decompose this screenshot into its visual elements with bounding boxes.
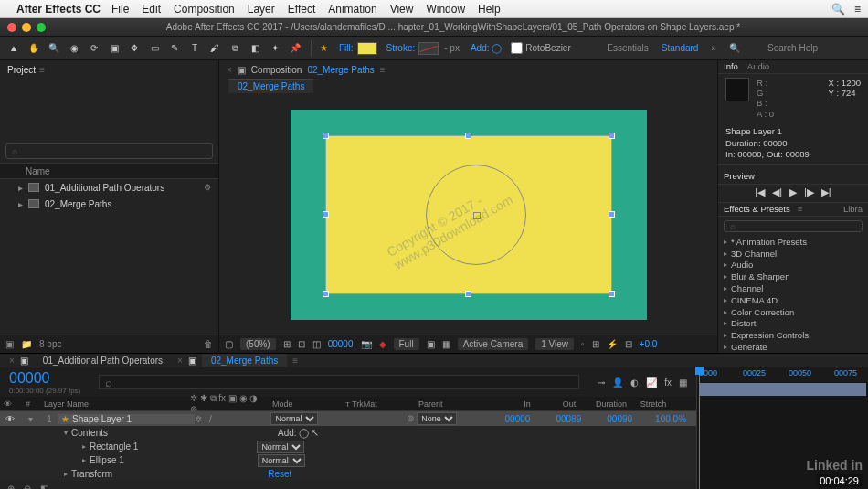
ep-item[interactable]: Expression Controls [718, 329, 868, 341]
anchor-tool-icon[interactable]: ✥ [126, 40, 143, 57]
current-time-indicator[interactable] [699, 367, 700, 489]
handle-br[interactable] [609, 291, 615, 297]
layer-bar[interactable] [699, 383, 866, 396]
mode-dropdown[interactable]: Normal [270, 412, 318, 425]
traffic-lights[interactable] [7, 23, 46, 32]
project-item[interactable]: ▸ 01_Additional Path Operators ⚙ [0, 179, 218, 196]
ep-item[interactable]: Distort [718, 318, 868, 330]
trash-icon[interactable]: 🗑 [204, 339, 213, 349]
menu-edit[interactable]: Edit [142, 3, 161, 16]
timeline-search-input[interactable] [99, 375, 579, 389]
view-opts-icon[interactable]: ▫ [581, 339, 585, 349]
layer-in[interactable]: 00000 [492, 414, 544, 424]
add-button[interactable]: Add: ◯ [278, 428, 309, 438]
ep-item[interactable]: Channel [718, 282, 868, 294]
layer-out[interactable]: 00089 [543, 414, 594, 424]
col-parent[interactable]: Parent [415, 399, 506, 409]
close-icon[interactable] [7, 23, 16, 32]
clone-tool-icon[interactable]: ⧉ [227, 40, 243, 57]
handle-tr[interactable] [609, 133, 615, 139]
col-stretch[interactable]: Stretch [632, 399, 674, 409]
search-icon[interactable]: 🔍 [729, 43, 740, 53]
last-frame-icon[interactable]: ▶| [821, 186, 831, 198]
layer-stretch[interactable]: 100.0% [645, 414, 696, 424]
pen-tool-icon[interactable]: ✎ [166, 40, 183, 57]
stroke-label[interactable]: Stroke: [386, 43, 416, 53]
fill-swatch[interactable] [357, 42, 377, 55]
app-name[interactable]: After Effects CC [16, 3, 101, 16]
panel-menu-icon[interactable]: ≡ [39, 65, 45, 75]
channel-icon[interactable]: ◆ [379, 339, 386, 349]
interpret-icon[interactable]: ▣ [5, 339, 14, 349]
stroke-width[interactable]: - px [444, 43, 460, 53]
region-icon[interactable]: ▣ [427, 339, 435, 349]
col-mode[interactable]: Mode [269, 399, 342, 409]
layer-row[interactable]: 👁 ▾ 1 ★ Shape Layer 1 ✲ / Normal ⊚ None … [0, 411, 696, 426]
panel-menu-icon[interactable]: ≡ [292, 356, 298, 366]
first-frame-icon[interactable]: |◀ [755, 186, 765, 198]
handle-bc[interactable] [465, 291, 471, 297]
audio-tab[interactable]: Audio [747, 61, 769, 71]
magnify-icon[interactable]: ▢ [225, 339, 233, 349]
comp-crumb-name[interactable]: 02_Merge Paths [307, 65, 374, 75]
hand-tool-icon[interactable]: ✋ [26, 40, 42, 57]
workspace-more-icon[interactable]: » [711, 43, 716, 53]
timeline-icon[interactable]: ⊟ [625, 339, 632, 349]
col-dur[interactable]: Duration [590, 399, 632, 409]
comp-subtab[interactable]: 02_Merge Paths [228, 79, 313, 93]
handle-tl[interactable] [323, 133, 329, 139]
layer-switches[interactable]: ✲ / [195, 414, 271, 424]
menu-composition[interactable]: Composition [174, 3, 235, 16]
next-frame-icon[interactable]: |▶ [804, 186, 814, 198]
minimize-icon[interactable] [22, 23, 31, 32]
brush-tool-icon[interactable]: 🖌 [206, 40, 223, 57]
exposure[interactable]: +0.0 [640, 339, 658, 349]
twirl-icon[interactable]: ▾ [20, 414, 40, 424]
effects-presets-tab[interactable]: Effects & Presets [724, 204, 790, 214]
camera-dropdown[interactable]: Active Camera [458, 338, 529, 350]
view-dropdown[interactable]: 1 View [535, 338, 574, 350]
zoom-icon[interactable] [37, 23, 46, 32]
sublayer-ellipse[interactable]: ▸Ellipse 1 Normal [0, 453, 696, 467]
project-tab[interactable]: Project [7, 65, 36, 75]
tl-3d-icon[interactable]: ▦ [679, 377, 687, 388]
ep-item[interactable]: Generate [718, 341, 868, 353]
handle-tc[interactable] [465, 133, 471, 139]
effects-search-input[interactable]: ⌕ [724, 220, 863, 232]
roto-tool-icon[interactable]: ✦ [267, 40, 283, 57]
col-out[interactable]: Out [548, 399, 590, 409]
res-dropdown[interactable]: Full [394, 338, 419, 350]
timeline-tab-active[interactable]: 02_Merge Paths [202, 354, 287, 367]
shape-tool-icon[interactable]: ▭ [146, 40, 163, 57]
res-icon[interactable]: ⊞ [283, 339, 291, 349]
col-layer-name[interactable]: Layer Name [40, 399, 186, 409]
spotlight-icon[interactable]: 🔍 [831, 3, 845, 16]
pixel-icon[interactable]: ⊞ [592, 339, 599, 349]
tl-shy-icon[interactable]: 👤 [612, 377, 623, 388]
panel-menu-icon[interactable]: ≡ [798, 204, 803, 214]
project-search-input[interactable]: ⌕ [5, 143, 213, 159]
menu-file[interactable]: File [111, 3, 129, 16]
menu-help[interactable]: Help [478, 3, 501, 16]
tl-node-icon[interactable]: ⊸ [598, 377, 605, 388]
prev-frame-icon[interactable]: ◀| [772, 186, 782, 198]
handle-bl[interactable] [323, 291, 329, 297]
rotobezier-input[interactable] [511, 42, 523, 54]
visibility-icon[interactable]: 👁 [0, 414, 20, 424]
preview-tab[interactable]: Preview [724, 171, 755, 181]
fill-label[interactable]: Fill: [339, 43, 354, 53]
handle-ml[interactable] [323, 211, 329, 218]
tl-blur-icon[interactable]: ◐ [630, 377, 639, 388]
parent-dropdown[interactable]: None [417, 412, 457, 425]
col-trkmat[interactable]: T TrkMat [342, 399, 415, 409]
info-tab[interactable]: Info [724, 61, 738, 71]
selection-tool-icon[interactable]: ▲ [5, 40, 22, 57]
sublayer-transform[interactable]: ▸Transform Reset [0, 467, 696, 481]
time-ruler[interactable]: 0000 00025 00050 00075 [697, 367, 868, 382]
handle-mr[interactable] [609, 211, 615, 218]
workspace-standard[interactable]: Standard [662, 43, 699, 53]
reset-button[interactable]: Reset [268, 469, 291, 479]
layer-dur[interactable]: 00090 [594, 414, 645, 424]
folder-new-icon[interactable]: 📁 [21, 339, 32, 349]
layer-contents[interactable]: ▾Contents Add: ◯ ↖ [0, 426, 696, 440]
